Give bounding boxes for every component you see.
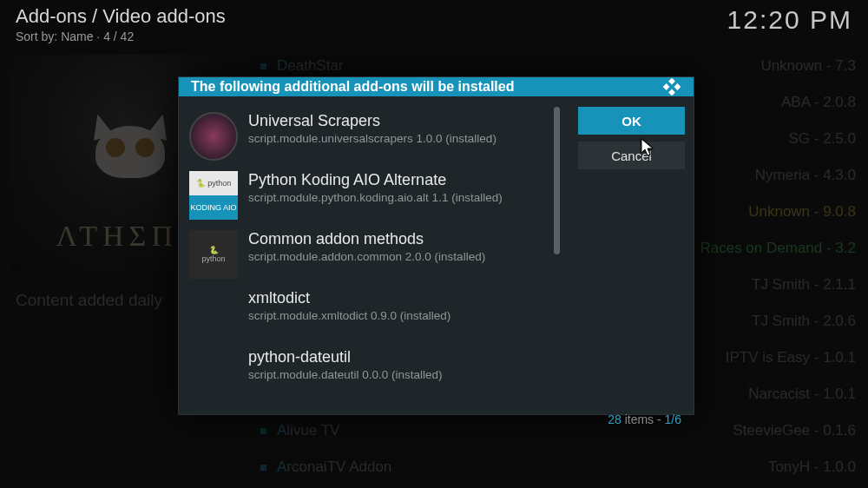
addon-icon [189,289,238,338]
dependency-sub: script.module.xmltodict 0.9.0 (installed… [248,309,450,322]
dependency-name: Python Koding AIO Alternate [248,171,503,189]
owl-logo-icon [78,109,182,204]
dependency-name: Universal Scrapers [248,112,496,130]
svg-rect-3 [668,89,675,96]
ok-button[interactable]: OK [578,107,685,135]
install-dependencies-dialog: The following additional add-ons will be… [178,76,694,415]
clock: 12:20 PM [727,5,852,35]
addon-icon [189,348,238,397]
dialog-title: The following additional add-ons will be… [191,79,514,95]
addon-icon: 🐍python [189,230,238,279]
dependency-item[interactable]: 🐍pythonCommon addon methodsscript.module… [187,225,569,284]
scrollbar[interactable] [554,107,560,254]
dependency-name: python-dateutil [248,348,443,366]
svg-rect-0 [668,78,675,85]
dependency-item[interactable]: xmltodictscript.module.xmltodict 0.9.0 (… [187,284,569,343]
addon-description: Content added daily [16,291,162,310]
addon-icon: 🐍 pythonKODING AIO [189,171,238,220]
dependency-sub: script.module.python.koding.aio.alt 1.1 … [248,191,503,204]
dependency-item[interactable]: python-dateutilscript.module.dateutil 0.… [187,343,569,402]
svg-rect-1 [663,83,670,90]
svg-rect-2 [674,83,681,90]
list-item[interactable]: ArconaiTV AddonTonyH - 1.0.0 [260,449,856,485]
dependency-sub: script.module.dateutil 0.0.0 (installed) [248,368,443,381]
dependency-name: Common addon methods [248,230,485,248]
dependency-item[interactable]: 🐍 pythonKODING AIOPython Koding AIO Alte… [187,166,569,225]
dependency-list[interactable]: Universal Scrapersscript.module.universa… [187,107,569,402]
dependency-sub: script.module.addon.common 2.0.0 (instal… [248,250,485,263]
dialog-footer: 28 items - 1/6 [179,407,694,435]
dependency-sub: script.module.universalscrapers 1.0.0 (i… [248,132,496,145]
cancel-button[interactable]: Cancel [578,142,685,169]
kodi-logo-icon [662,77,681,96]
dependency-name: xmltodict [248,289,450,307]
dependency-item[interactable]: Universal Scrapersscript.module.universa… [187,107,569,166]
addon-icon [189,112,238,161]
